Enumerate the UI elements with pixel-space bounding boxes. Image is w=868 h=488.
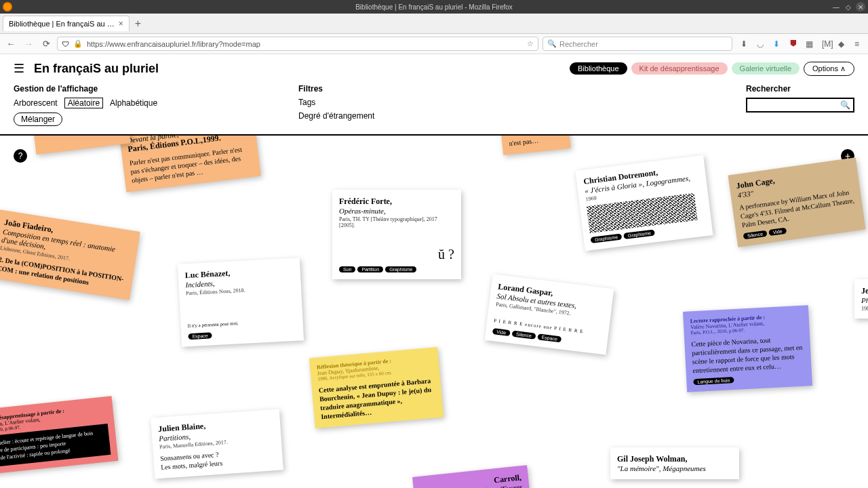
menu-icon[interactable]: ≡ bbox=[854, 39, 864, 49]
card-body: Sonsansens ou avec ? Les mots, malgré le… bbox=[160, 446, 276, 472]
card-gaspar[interactable]: Lorand Gaspar, Sol Absolu et autres text… bbox=[485, 274, 614, 354]
tag[interactable]: Espace bbox=[537, 333, 561, 342]
search-placeholder: Rechercher bbox=[559, 40, 598, 48]
card-forte[interactable]: Frédéric Forte, Opéras-minute, Paris, TH… bbox=[332, 190, 461, 279]
tag[interactable]: Son bbox=[339, 266, 355, 272]
tag[interactable]: Espace bbox=[188, 332, 212, 340]
minimize-icon[interactable]: — bbox=[831, 2, 841, 12]
card-novarina-top[interactable]: Devant la parole, Paris, Éditions P.O.L,… bbox=[119, 136, 261, 192]
card-title: Pho bbox=[861, 296, 868, 304]
search-input[interactable]: 🔍 bbox=[746, 98, 854, 113]
page-header: ☰ En françaiS au pluriel Bibliothèque Ki… bbox=[0, 54, 868, 79]
card-dupuy[interactable]: Réflexion théorique à partir de : Jean D… bbox=[309, 347, 443, 428]
search-label: Rechercher bbox=[746, 84, 854, 94]
card-body: Cette analyse est empruntée à Barbara Bo… bbox=[318, 376, 436, 422]
pocket-icon[interactable]: ◡ bbox=[757, 39, 766, 49]
tag[interactable]: Silence bbox=[743, 230, 768, 240]
card-cage[interactable]: John Cage, 4'33'' A performance by Willi… bbox=[728, 157, 865, 247]
help-button[interactable]: ? bbox=[14, 149, 27, 163]
filter-degree[interactable]: Degré d'étrangement bbox=[298, 111, 665, 121]
firefox-icon bbox=[3, 2, 12, 12]
browser-search[interactable]: 🔍 Rechercher bbox=[542, 37, 732, 51]
tag[interactable]: Partition bbox=[357, 266, 383, 272]
filter-tags[interactable]: Tags bbox=[298, 98, 665, 107]
opt-arborescent[interactable]: Arborescent bbox=[14, 98, 58, 108]
tag[interactable]: Graphisme bbox=[623, 229, 655, 239]
card-body: Cette pièce de Novarina, tout particuliè… bbox=[691, 334, 804, 375]
card-canvas[interactable]: ? + − Devant la parole, Paris, Éditions … bbox=[0, 136, 868, 488]
card-novarina-blue[interactable]: Lecture rapprochée à partir de : Valère … bbox=[683, 305, 812, 392]
card-author: Frédéric Forte, bbox=[339, 197, 454, 207]
opt-aleatoire[interactable]: Aléatoire bbox=[64, 98, 103, 108]
display-label: Gestion de l'affichage bbox=[14, 84, 298, 94]
search-icon: 🔍 bbox=[840, 100, 850, 110]
card-pub: 1981. bbox=[861, 306, 868, 312]
download-icon[interactable]: ⬇ bbox=[741, 39, 750, 49]
bookmark-star-icon[interactable]: ☆ bbox=[527, 39, 534, 48]
card-benazet[interactable]: Luc Bénazet, Incidents, Paris, Éditions … bbox=[178, 258, 304, 346]
os-titlebar: Bibliothèque | En françaiS au pluriel - … bbox=[0, 0, 868, 14]
card-author: Jea bbox=[861, 286, 868, 296]
card-author: Gil Joseph Wolman, bbox=[617, 454, 732, 464]
reload-button[interactable]: ⟳ bbox=[39, 39, 53, 49]
window-title: Bibliothèque | En françaiS au pluriel - … bbox=[355, 3, 513, 11]
address-bar[interactable]: 🛡 🔒 https://www.enfrancaisaupluriel.fr/l… bbox=[57, 37, 538, 51]
search-icon: 🔍 bbox=[547, 39, 557, 48]
extension2-icon[interactable]: [M] bbox=[822, 39, 831, 49]
forward-button[interactable]: → bbox=[22, 39, 35, 49]
card-orange-fragment[interactable] bbox=[32, 136, 130, 155]
tag[interactable]: Graphisme bbox=[385, 266, 416, 272]
maximize-icon[interactable]: ◇ bbox=[844, 2, 853, 12]
browser-tabbar: Bibliothèque | En françaiS au … × + bbox=[0, 14, 868, 34]
browser-tab[interactable]: Bibliothèque | En françaiS au … × bbox=[3, 16, 130, 31]
opt-alphabetique[interactable]: Alphabétique bbox=[110, 98, 157, 108]
lock-icon: 🔒 bbox=[73, 39, 83, 48]
card-title: Opéras-minute, bbox=[339, 207, 454, 215]
back-button[interactable]: ← bbox=[4, 39, 18, 49]
tag[interactable]: Vide bbox=[768, 228, 787, 237]
filters-label: Filtres bbox=[298, 84, 665, 94]
tag[interactable]: Langue de bois bbox=[693, 377, 734, 385]
card-red[interactable]: outil de désapprentissage à partir de : … bbox=[0, 396, 118, 475]
card-pub: Paris, TH. TY [Théâtre typographique], 2… bbox=[339, 216, 454, 228]
tab-title: Bibliothèque | En françaiS au … bbox=[9, 20, 115, 28]
site-title: En françaiS au pluriel bbox=[34, 62, 159, 76]
card-body: n'est pas… bbox=[509, 136, 564, 148]
nav-kit[interactable]: Kit de désapprentissage bbox=[631, 62, 728, 75]
hamburger-icon[interactable]: ☰ bbox=[14, 61, 24, 76]
extension-icon[interactable]: ▦ bbox=[806, 39, 815, 49]
nav-options[interactable]: Options ∧ bbox=[804, 62, 854, 76]
card-dotremont[interactable]: Christian Dotremont, « J'écris à Gloria … bbox=[575, 155, 713, 251]
card-fiadeiro[interactable]: João Fiadeiro, Composition en temps réel… bbox=[0, 209, 140, 300]
extension3-icon[interactable]: ◆ bbox=[838, 39, 848, 49]
shield-icon: 🛡 bbox=[62, 40, 69, 48]
tag[interactable]: Graphisme bbox=[591, 233, 623, 243]
card-title: "La mémoire", Mégapneumes bbox=[617, 464, 732, 472]
card-note: Il n'y a personne pour moi. bbox=[188, 318, 296, 329]
close-icon[interactable]: ✕ bbox=[856, 2, 865, 12]
tag[interactable]: Silence bbox=[512, 331, 536, 340]
controls-bar: Gestion de l'affichage Arborescent Aléat… bbox=[0, 79, 868, 136]
card-orange-right[interactable]: n'est pas… bbox=[500, 136, 571, 155]
url-text: https://www.enfrancaisaupluriel.fr/libra… bbox=[87, 40, 260, 48]
ublock-icon[interactable]: ⛊ bbox=[789, 39, 799, 49]
card-blaine[interactable]: Julien Blaine, Partitions, Paris, Manuel… bbox=[151, 409, 283, 479]
card-wolman[interactable]: Gil Joseph Wolman, "La mémoire", Mégapne… bbox=[610, 447, 739, 479]
tag[interactable]: Vide bbox=[492, 328, 511, 336]
browser-urlbar: ← → ⟳ 🛡 🔒 https://www.enfrancaisauplurie… bbox=[0, 34, 868, 54]
shuffle-button[interactable]: Mélanger bbox=[14, 113, 62, 126]
nav-library[interactable]: Bibliothèque bbox=[570, 62, 627, 75]
nav-gallery[interactable]: Galerie virtuelle bbox=[732, 62, 800, 75]
downloads-icon[interactable]: ⬇ bbox=[773, 39, 783, 49]
tab-close-icon[interactable]: × bbox=[119, 19, 123, 28]
new-tab-button[interactable]: + bbox=[135, 18, 141, 30]
card-jea[interactable]: Jea Pho 1981. bbox=[854, 279, 868, 319]
card-carroll[interactable]: Carroll, dans Œuvres bbox=[412, 465, 530, 488]
